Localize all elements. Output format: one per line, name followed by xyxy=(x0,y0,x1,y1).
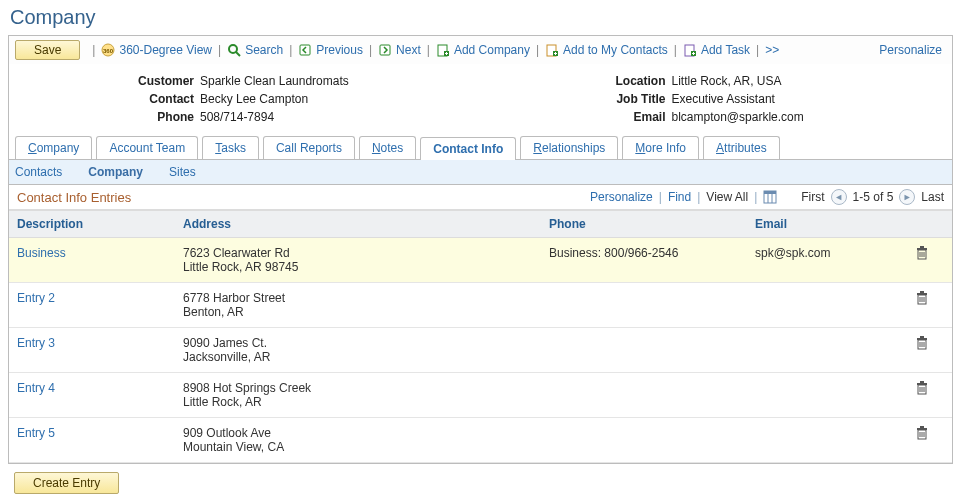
separator: | xyxy=(369,43,372,57)
table-row: Entry 5909 Outlook AveMountain View, CA xyxy=(9,418,952,463)
save-button[interactable]: Save xyxy=(15,40,80,60)
pager-prev-icon[interactable]: ◄ xyxy=(831,189,847,205)
pager-next-icon[interactable]: ► xyxy=(899,189,915,205)
row-email xyxy=(747,418,892,463)
tabs-row: Company Account Team Tasks Call Reports … xyxy=(9,136,952,160)
svg-rect-27 xyxy=(920,246,924,248)
email-value: blcampton@sparkle.com xyxy=(672,108,804,126)
svg-rect-50 xyxy=(917,428,927,430)
add-contacts-icon xyxy=(545,43,559,57)
row-phone xyxy=(541,418,747,463)
tab-contact-info[interactable]: Contact Info xyxy=(420,137,516,160)
add-task-button[interactable]: Add Task xyxy=(683,43,750,57)
pager-range: 1-5 of 5 xyxy=(853,190,894,204)
tab-tasks[interactable]: Tasks xyxy=(202,136,259,159)
row-address: 909 Outlook AveMountain View, CA xyxy=(175,418,541,463)
row-phone: Business: 800/966-2546 xyxy=(541,238,747,283)
grid-find-link[interactable]: Find xyxy=(668,190,691,204)
create-entry-button[interactable]: Create Entry xyxy=(14,472,119,494)
add-company-label: Add Company xyxy=(454,43,530,57)
next-label: Next xyxy=(396,43,421,57)
svg-rect-38 xyxy=(917,338,927,340)
row-phone xyxy=(541,328,747,373)
separator: | xyxy=(289,43,292,57)
tab-company[interactable]: Company xyxy=(15,136,92,159)
svg-rect-51 xyxy=(920,426,924,428)
previous-icon xyxy=(298,43,312,57)
personalize-link[interactable]: Personalize xyxy=(879,43,946,57)
customer-label: Customer xyxy=(9,72,200,90)
search-button[interactable]: Search xyxy=(227,43,283,57)
grid-personalize-link[interactable]: Personalize xyxy=(590,190,653,204)
svg-rect-33 xyxy=(920,291,924,293)
delete-row-icon[interactable] xyxy=(915,381,929,396)
contact-label: Contact xyxy=(9,90,200,108)
tab-call-reports[interactable]: Call Reports xyxy=(263,136,355,159)
zoom-grid-icon[interactable] xyxy=(763,190,777,204)
pager-first[interactable]: First xyxy=(801,190,824,204)
delete-row-icon[interactable] xyxy=(915,336,929,351)
subtab-contacts[interactable]: Contacts xyxy=(15,165,62,179)
add-company-button[interactable]: Add Company xyxy=(436,43,530,57)
more-actions-label: >> xyxy=(765,43,779,57)
separator: | xyxy=(218,43,221,57)
tab-account-team[interactable]: Account Team xyxy=(96,136,198,159)
previous-label: Previous xyxy=(316,43,363,57)
subtab-company[interactable]: Company xyxy=(88,165,143,179)
page-title: Company xyxy=(10,6,953,29)
separator: | xyxy=(536,43,539,57)
separator: | xyxy=(92,43,95,57)
tab-relationships[interactable]: Relationships xyxy=(520,136,618,159)
email-label: Email xyxy=(481,108,672,126)
svg-rect-19 xyxy=(764,191,776,194)
row-description-link[interactable]: Business xyxy=(17,246,66,260)
row-email xyxy=(747,373,892,418)
tab-attributes[interactable]: Attributes xyxy=(703,136,780,159)
svg-rect-45 xyxy=(920,381,924,383)
col-phone[interactable]: Phone xyxy=(541,211,747,238)
row-address: 7623 Clearwater RdLittle Rock, AR 98745 xyxy=(175,238,541,283)
view360-label: 360-Degree View xyxy=(119,43,212,57)
summary-panel: CustomerSparkle Clean Laundromats Contac… xyxy=(9,64,952,136)
subtab-sites[interactable]: Sites xyxy=(169,165,196,179)
col-description[interactable]: Description xyxy=(9,211,175,238)
row-description-link[interactable]: Entry 2 xyxy=(17,291,55,305)
table-row: Entry 26778 Harbor StreetBenton, AR xyxy=(9,283,952,328)
add-my-contacts-button[interactable]: Add to My Contacts xyxy=(545,43,668,57)
next-icon xyxy=(378,43,392,57)
tab-more-info[interactable]: More Info xyxy=(622,136,699,159)
previous-button[interactable]: Previous xyxy=(298,43,363,57)
add-my-contacts-label: Add to My Contacts xyxy=(563,43,668,57)
add-task-icon xyxy=(683,43,697,57)
col-email[interactable]: Email xyxy=(747,211,892,238)
location-value: Little Rock, AR, USA xyxy=(672,72,782,90)
delete-row-icon[interactable] xyxy=(915,291,929,306)
delete-row-icon[interactable] xyxy=(915,246,929,261)
row-description-link[interactable]: Entry 5 xyxy=(17,426,55,440)
grid-view-all[interactable]: View All xyxy=(706,190,748,204)
row-description-link[interactable]: Entry 3 xyxy=(17,336,55,350)
row-description-link[interactable]: Entry 4 xyxy=(17,381,55,395)
jobtitle-label: Job Title xyxy=(481,90,672,108)
svg-rect-39 xyxy=(920,336,924,338)
toolbar: Save | 360 360-Degree View | Search | xyxy=(9,36,952,64)
grid-table: Description Address Phone Email Business… xyxy=(9,210,952,463)
more-actions-button[interactable]: >> xyxy=(765,43,779,57)
svg-line-3 xyxy=(236,52,240,56)
row-phone xyxy=(541,373,747,418)
tab-notes[interactable]: Notes xyxy=(359,136,416,159)
add-company-icon xyxy=(436,43,450,57)
svg-rect-44 xyxy=(917,383,927,385)
table-row: Entry 48908 Hot Springs CreekLittle Rock… xyxy=(9,373,952,418)
view360-button[interactable]: 360 360-Degree View xyxy=(101,43,212,57)
customer-value: Sparkle Clean Laundromats xyxy=(200,72,349,90)
row-address: 8908 Hot Springs CreekLittle Rock, AR xyxy=(175,373,541,418)
svg-text:360: 360 xyxy=(103,48,114,54)
separator: | xyxy=(427,43,430,57)
pager-last[interactable]: Last xyxy=(921,190,944,204)
next-button[interactable]: Next xyxy=(378,43,421,57)
table-row: Entry 39090 James Ct.Jacksonville, AR xyxy=(9,328,952,373)
col-address[interactable]: Address xyxy=(175,211,541,238)
delete-row-icon[interactable] xyxy=(915,426,929,441)
row-email: spk@spk.com xyxy=(747,238,892,283)
